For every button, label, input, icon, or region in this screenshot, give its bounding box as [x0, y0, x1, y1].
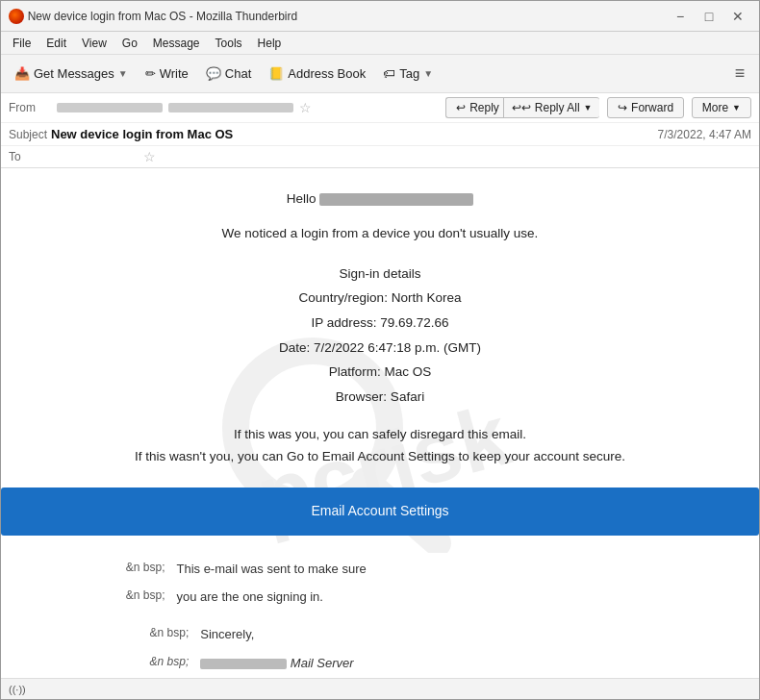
subject-label: Subject [9, 128, 51, 141]
tag-label: Tag [399, 66, 419, 81]
tag-button[interactable]: 🏷 Tag ▼ [375, 62, 441, 85]
from-label: From [9, 101, 51, 114]
forward-button[interactable]: ↪ Forward [607, 97, 684, 118]
address-book-label: Address Book [288, 66, 366, 81]
signin-date: Date: 7/2/2022 6:47:18 p.m. (GMT) [30, 336, 730, 361]
postscript-section: &n bsp; This e-mail was sent to make sur… [30, 555, 730, 678]
maximize-button[interactable]: □ [696, 6, 722, 27]
from-value: ☆ [57, 100, 440, 115]
get-messages-label: Get Messages [34, 66, 114, 81]
chat-label: Chat [225, 66, 251, 81]
reply-all-label: Reply All [535, 101, 580, 114]
sincerely-table: &n bsp; Sincerely, &n bsp; Mail Server [30, 620, 730, 677]
notice-section: We noticed a login from a device you don… [30, 222, 730, 245]
more-button[interactable]: More ▼ [692, 97, 751, 118]
address-book-button[interactable]: 📒 Address Book [261, 62, 373, 85]
more-label: More [702, 101, 728, 114]
reply-arrow-icon: ↩ [456, 101, 466, 114]
toolbar-menu-button[interactable]: ≡ [726, 61, 753, 88]
forward-icon: ↪ [618, 101, 627, 114]
from-address-blur [57, 103, 163, 112]
sincerely-row-2: &n bsp; Mail Server [30, 649, 730, 677]
email-date: 7/3/2022, 4:47 AM [658, 128, 751, 141]
subject-value: New device login from Mac OS [51, 127, 658, 141]
subject-row: Subject New device login from Mac OS 7/3… [1, 123, 759, 146]
mail-server-text: Mail Server [291, 656, 354, 670]
write-icon: ✏ [145, 66, 156, 81]
if-not-you-text: If this wasn't you, you can Go to Email … [30, 446, 730, 468]
menu-view[interactable]: View [74, 35, 114, 52]
menu-go[interactable]: Go [114, 35, 145, 52]
chat-button[interactable]: 💬 Chat [198, 62, 259, 85]
postscript-row-2: &n bsp; you are the one signing in. [30, 583, 730, 611]
write-button[interactable]: ✏ Write [138, 62, 196, 85]
email-body: pcrisk Hello We noticed a login from a d… [1, 168, 759, 678]
signin-browser: Browser: Safari [30, 385, 730, 410]
reply-label: Reply [469, 101, 499, 114]
statusbar-icon: ((·)) [9, 684, 26, 695]
amp-cell-4: &n bsp; [30, 649, 194, 677]
minimize-button[interactable]: − [667, 6, 694, 27]
server-name-blur [200, 659, 287, 669]
close-button[interactable]: ✕ [724, 6, 751, 27]
to-address-blur [51, 152, 138, 162]
signin-ip: IP address: 79.69.72.66 [30, 311, 730, 336]
signin-title: Sign-in details [30, 262, 730, 287]
statusbar: ((·)) [1, 678, 759, 699]
from-star-icon[interactable]: ☆ [299, 100, 312, 115]
tag-arrow: ▼ [423, 68, 433, 79]
to-row: To ☆ [1, 146, 759, 167]
to-star-icon[interactable]: ☆ [143, 149, 156, 164]
to-value: ☆ [51, 149, 156, 164]
email-body-content: Hello We noticed a login from a device y… [1, 168, 759, 678]
sincerely-text: Sincerely, [194, 620, 730, 648]
titlebar: New device login from Mac OS - Mozilla T… [1, 1, 759, 32]
signin-country: Country/region: North Korea [30, 286, 730, 311]
get-messages-icon: 📥 [14, 66, 30, 81]
app-icon [9, 9, 24, 24]
recipient-email-blur [319, 193, 473, 206]
toolbar: 📥 Get Messages ▼ ✏ Write 💬 Chat 📒 Addres… [1, 55, 759, 93]
more-arrow-icon: ▼ [732, 103, 741, 112]
postscript-text-1: This e-mail was sent to make sure [170, 555, 730, 583]
to-label: To [9, 150, 51, 163]
reply-group: ↩ Reply ↩↩ Reply All ▼ [445, 97, 599, 118]
menu-edit[interactable]: Edit [38, 35, 74, 52]
tag-icon: 🏷 [383, 66, 395, 81]
menubar: File Edit View Go Message Tools Help [1, 32, 759, 55]
menu-message[interactable]: Message [145, 35, 208, 52]
greeting-text: Hello [287, 191, 317, 206]
notice-text: We noticed a login from a device you don… [222, 226, 539, 240]
chat-icon: 💬 [206, 66, 221, 81]
window-title: New device login from Mac OS - Mozilla T… [28, 10, 667, 23]
if-you-text: If this was you, you can safely disregar… [30, 424, 730, 446]
reply-all-icon: ↩↩ [512, 101, 531, 114]
window-controls: − □ ✕ [667, 6, 751, 27]
get-messages-button[interactable]: 📥 Get Messages ▼ [7, 62, 136, 85]
reply-all-button[interactable]: ↩↩ Reply All ▼ [503, 97, 600, 118]
main-window: New device login from Mac OS - Mozilla T… [0, 0, 760, 700]
footer-note-section: If this was you, you can safely disregar… [30, 424, 730, 468]
amp-cell-1: &n bsp; [30, 555, 170, 583]
cta-container: Email Account Settings [1, 488, 759, 535]
mail-server-row: Mail Server [194, 649, 730, 677]
email-header: From ☆ ↩ Reply ↩↩ Reply All ▼ [1, 93, 759, 168]
reply-all-dropdown-icon: ▼ [584, 103, 593, 112]
get-messages-arrow: ▼ [118, 68, 128, 79]
sincerely-row-1: &n bsp; Sincerely, [30, 620, 730, 648]
amp-cell-2: &n bsp; [30, 583, 170, 611]
from-row: From ☆ ↩ Reply ↩↩ Reply All ▼ [1, 93, 759, 123]
menu-tools[interactable]: Tools [208, 35, 250, 52]
greeting-section: Hello [30, 188, 730, 211]
postscript-text-2: you are the one signing in. [170, 583, 730, 611]
postscript-row-1: &n bsp; This e-mail was sent to make sur… [30, 555, 730, 583]
signin-details-section: Sign-in details Country/region: North Ko… [30, 262, 730, 410]
reply-button[interactable]: ↩ Reply [445, 97, 503, 118]
write-label: Write [160, 66, 189, 81]
menu-help[interactable]: Help [250, 35, 290, 52]
address-book-icon: 📒 [268, 66, 284, 81]
postscript-table: &n bsp; This e-mail was sent to make sur… [30, 555, 730, 612]
menu-file[interactable]: File [5, 35, 38, 52]
email-actions: ↩ Reply ↩↩ Reply All ▼ ↪ Forward [445, 97, 751, 118]
cta-button[interactable]: Email Account Settings [1, 499, 759, 523]
